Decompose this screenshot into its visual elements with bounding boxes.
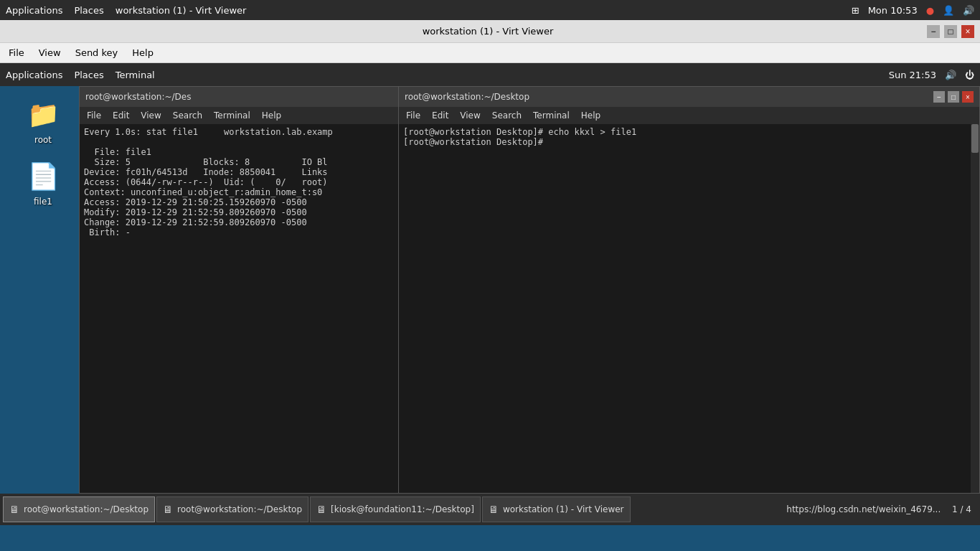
term-left-edit[interactable]: Edit xyxy=(108,109,133,122)
term-right-search[interactable]: Search xyxy=(488,109,526,122)
terminal-right-close[interactable]: × xyxy=(962,91,974,103)
gnome-terminal-menu[interactable]: Terminal xyxy=(116,70,155,80)
terminal-right-body[interactable]: [root@workstation Desktop]# echo kkxl > … xyxy=(399,124,971,493)
terminal-right-minimize[interactable]: − xyxy=(933,91,945,103)
taskbar-icon-3: 🖥 xyxy=(316,504,326,515)
term-right-view[interactable]: View xyxy=(456,109,484,122)
system-places-menu[interactable]: Places xyxy=(74,5,103,16)
gnome-applications-menu[interactable]: Applications xyxy=(6,70,62,80)
term-line-2 xyxy=(84,137,397,147)
inner-desktop: Applications Places Terminal Sun 21:53 🔊… xyxy=(0,63,980,525)
taskbar-page: 1 / 4 xyxy=(952,504,971,514)
terminal-right-maximize[interactable]: □ xyxy=(948,91,959,103)
gnome-places-menu[interactable]: Places xyxy=(74,70,103,80)
users-icon: 👤 xyxy=(943,5,954,16)
virt-viewer-close[interactable]: × xyxy=(961,25,974,38)
system-applications-menu[interactable]: Applications xyxy=(6,5,62,16)
virt-viewer-minimize[interactable]: − xyxy=(927,25,940,38)
virt-menu-view[interactable]: View xyxy=(33,46,67,60)
terminal-left-menu: File Edit View Search Terminal Help xyxy=(80,107,401,124)
gnome-bar-right: Sun 21:53 🔊 ⏻ xyxy=(889,70,974,80)
term-line-10: Change: 2019-12-29 21:52:59.809260970 -0… xyxy=(84,217,397,227)
taskbar-icon-4: 🖥 xyxy=(489,504,499,515)
term-left-search[interactable]: Search xyxy=(169,109,207,122)
term-line-7: Context: unconfined_u:object_r:admin_hom… xyxy=(84,187,397,197)
folder-icon: 📁 xyxy=(26,98,60,132)
virt-viewer-controls: − □ × xyxy=(927,25,974,38)
terminals-area: root@workstation:~/Des File Edit View Se… xyxy=(79,86,980,494)
red-dot-icon: ● xyxy=(926,5,934,16)
desktop-icon-root[interactable]: 📁 root xyxy=(14,98,72,145)
network-icon: ⊞ xyxy=(852,5,859,16)
terminal-right-titlebar: root@workstation:~/Desktop − □ × xyxy=(399,87,979,107)
terminal-right: root@workstation:~/Desktop − □ × File Ed… xyxy=(398,86,980,494)
terminal-right-inner: [root@workstation Desktop]# echo kkxl > … xyxy=(399,124,979,493)
term-line-6: Access: (0644/-rw-r--r--) Uid: ( 0/ root… xyxy=(84,177,397,187)
taskbar: 🖥 root@workstation:~/Desktop 🖥 root@work… xyxy=(0,494,980,525)
term-right-edit[interactable]: Edit xyxy=(428,109,453,122)
term-line-11: Birth: - xyxy=(84,227,397,237)
desktop-area: 📁 root 📄 file1 xyxy=(0,86,86,494)
term-left-help[interactable]: Help xyxy=(258,109,286,122)
taskbar-icon-1: 🖥 xyxy=(9,504,19,515)
taskbar-item-1[interactable]: 🖥 root@workstation:~/Desktop xyxy=(3,496,155,522)
term-line-9: Modify: 2019-12-29 21:52:59.809260970 -0… xyxy=(84,207,397,217)
term-line-1: Every 1.0s: stat file1 workstation.lab.e… xyxy=(84,127,397,137)
taskbar-item-3[interactable]: 🖥 [kiosk@foundation11:~/Desktop] xyxy=(310,496,481,522)
terminal-left-titlebar: root@workstation:~/Des xyxy=(80,87,401,107)
terminal-right-menu: File Edit View Search Terminal Help xyxy=(399,107,979,124)
taskbar-icon-2: 🖥 xyxy=(163,504,173,515)
term-line-3: File: file1 xyxy=(84,147,397,157)
terminal-scrollbar[interactable] xyxy=(971,124,979,493)
system-window-title: workstation (1) - Virt Viewer xyxy=(116,5,247,16)
terminal-left-body[interactable]: Every 1.0s: stat file1 workstation.lab.e… xyxy=(80,124,401,493)
volume-icon-top[interactable]: 🔊 xyxy=(963,5,974,16)
term-right-file[interactable]: File xyxy=(402,109,425,122)
virt-viewer-menubar: File View Send key Help xyxy=(0,43,980,63)
file1-icon-label: file1 xyxy=(34,197,52,207)
system-bar-left: Applications Places workstation (1) - Vi… xyxy=(6,5,246,16)
taskbar-item-2[interactable]: 🖥 root@workstation:~/Desktop xyxy=(156,496,308,522)
taskbar-label-3: [kiosk@foundation11:~/Desktop] xyxy=(331,504,474,514)
taskbar-right: https://blog.csdn.net/weixin_4679... 1 /… xyxy=(781,504,977,514)
terminal-right-title: root@workstation:~/Desktop xyxy=(405,92,529,102)
taskbar-label-2: root@workstation:~/Desktop xyxy=(177,504,302,514)
taskbar-label-1: root@workstation:~/Desktop xyxy=(24,504,149,514)
desktop-icon-file1[interactable]: 📄 file1 xyxy=(14,159,72,207)
virt-menu-file[interactable]: File xyxy=(3,46,30,60)
gnome-power-icon[interactable]: ⏻ xyxy=(965,70,974,80)
terminal-right-controls: − □ × xyxy=(933,91,974,103)
virt-viewer-title: workstation (1) - Virt Viewer xyxy=(49,26,927,37)
scrollbar-thumb xyxy=(971,124,979,153)
term-line-5: Device: fc01h/64513d Inode: 8850041 Link… xyxy=(84,167,397,177)
virt-viewer-maximize[interactable]: □ xyxy=(944,25,957,38)
system-bar-right: ⊞ Mon 10:53 ● 👤 🔊 xyxy=(852,5,974,16)
clock: Mon 10:53 xyxy=(868,5,918,16)
term-right-line-1: [root@workstation Desktop]# echo kkxl > … xyxy=(403,127,966,137)
virt-viewer-titlebar: workstation (1) - Virt Viewer − □ × xyxy=(0,20,980,43)
gnome-bar-left: Applications Places Terminal xyxy=(6,70,155,80)
file-icon: 📄 xyxy=(26,159,60,194)
term-right-terminal[interactable]: Terminal xyxy=(529,109,574,122)
gnome-clock: Sun 21:53 xyxy=(889,70,936,80)
taskbar-label-4: workstation (1) - Virt Viewer xyxy=(503,504,624,514)
taskbar-url: https://blog.csdn.net/weixin_4679... xyxy=(786,504,941,514)
virt-menu-sendkey[interactable]: Send key xyxy=(70,46,124,60)
term-left-view[interactable]: View xyxy=(136,109,165,122)
terminal-left: root@workstation:~/Des File Edit View Se… xyxy=(79,86,402,494)
terminal-left-title: root@workstation:~/Des xyxy=(85,92,191,102)
gnome-top-bar: Applications Places Terminal Sun 21:53 🔊… xyxy=(0,63,980,86)
term-left-terminal[interactable]: Terminal xyxy=(209,109,255,122)
term-left-file[interactable]: File xyxy=(83,109,105,122)
term-right-help[interactable]: Help xyxy=(577,109,605,122)
root-icon-label: root xyxy=(34,135,52,145)
term-right-line-2: [root@workstation Desktop]# xyxy=(403,137,966,147)
term-line-4: Size: 5 Blocks: 8 IO Bl xyxy=(84,157,397,167)
virt-menu-help[interactable]: Help xyxy=(126,46,159,60)
gnome-volume-icon[interactable]: 🔊 xyxy=(945,70,956,80)
system-bar: Applications Places workstation (1) - Vi… xyxy=(0,0,980,20)
term-line-8: Access: 2019-12-29 21:50:25.159260970 -0… xyxy=(84,197,397,207)
taskbar-item-4[interactable]: 🖥 workstation (1) - Virt Viewer xyxy=(482,496,631,522)
